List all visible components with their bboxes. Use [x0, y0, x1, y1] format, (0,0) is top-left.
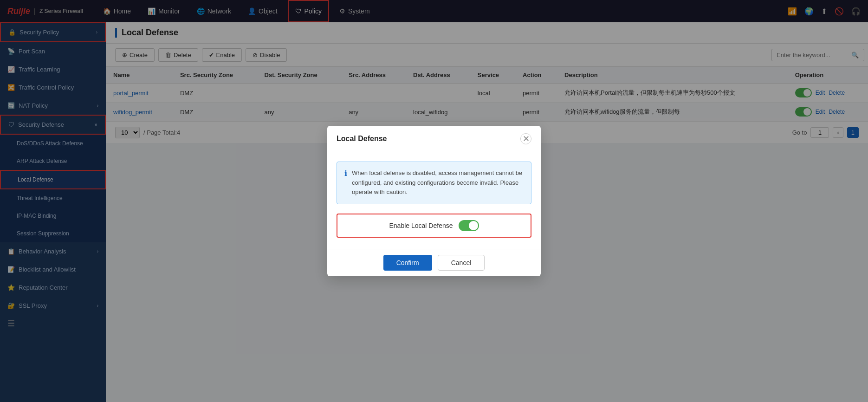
info-text: When local defense is disabled, access m… — [352, 169, 524, 197]
confirm-button[interactable]: Confirm — [383, 255, 432, 271]
modal-header: Local Defense ✕ — [327, 126, 541, 152]
info-box: ℹ When local defense is disabled, access… — [337, 162, 531, 204]
modal-body: ℹ When local defense is disabled, access… — [327, 152, 541, 249]
enable-local-defense-label: Enable Local Defense — [389, 222, 453, 229]
modal-close-button[interactable]: ✕ — [520, 133, 531, 144]
enable-local-defense-row: Enable Local Defense — [337, 214, 531, 238]
cancel-button[interactable]: Cancel — [438, 255, 485, 271]
enable-local-defense-toggle[interactable] — [459, 220, 479, 231]
modal-toggle-slider — [459, 220, 479, 231]
modal-title: Local Defense — [337, 135, 387, 143]
info-icon: ℹ — [344, 169, 347, 197]
local-defense-modal: Local Defense ✕ ℹ When local defense is … — [327, 126, 541, 276]
modal-footer: Confirm Cancel — [327, 249, 541, 276]
modal-overlay[interactable]: Local Defense ✕ ℹ When local defense is … — [0, 0, 868, 402]
